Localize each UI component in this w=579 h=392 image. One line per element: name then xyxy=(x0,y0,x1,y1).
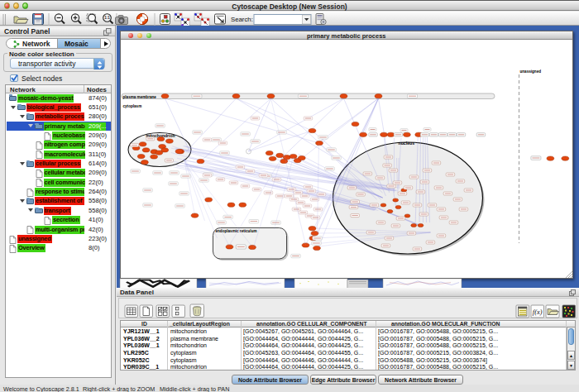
svg-text:endoplasmic reticulum: endoplasmic reticulum xyxy=(215,229,256,233)
svg-text:unassigned: unassigned xyxy=(519,69,541,74)
svg-text:cytoplasm: cytoplasm xyxy=(122,104,141,108)
svg-text:nucleus: nucleus xyxy=(398,141,414,146)
svg-text:f(x): f(x) xyxy=(533,308,543,316)
svg-text:plasma membrane: plasma membrane xyxy=(122,95,156,99)
svg-text:Search:: Search: xyxy=(231,16,253,23)
